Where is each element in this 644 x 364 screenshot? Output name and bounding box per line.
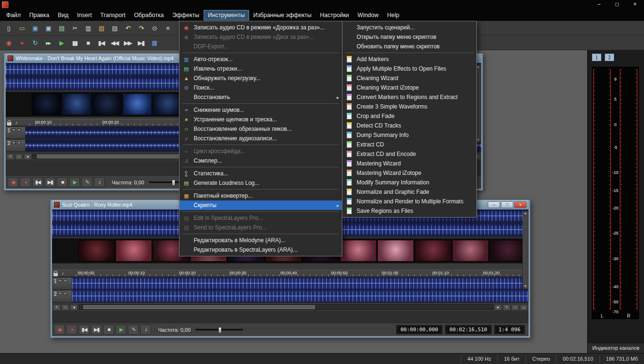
- doc2-marker-bar[interactable]: [52, 263, 528, 270]
- transport-rewind-button[interactable]: ◀◀: [108, 37, 120, 48]
- tools-menu-item-6[interactable]: ▲Обнаружить перегрузку...: [179, 73, 342, 83]
- doc2-hscrollbar[interactable]: [79, 304, 493, 310]
- zoom-out-button[interactable]: −: [15, 154, 23, 160]
- transport-loop-playback-button[interactable]: ↻: [29, 37, 41, 48]
- lock-icon[interactable]: [54, 273, 58, 276]
- menu-insert[interactable]: Insert: [73, 10, 96, 20]
- doc2-track-waveform-1[interactable]: [72, 277, 528, 290]
- menu-file[interactable]: Файл: [2, 10, 25, 20]
- doc2-pencil-edit-button[interactable]: ✎: [128, 325, 139, 335]
- toolbar-trim-button[interactable]: ▨: [108, 22, 120, 34]
- tools-menu-item-1[interactable]: ◉Записать аудио CD в режиме «Диск за раз…: [179, 32, 342, 42]
- scripts-submenu-item-14[interactable]: Extract CD and Encode: [342, 149, 476, 159]
- toolbar-copy-button[interactable]: ▥: [82, 22, 94, 34]
- scripts-submenu-item-4[interactable]: Add Markers: [342, 55, 476, 64]
- menu-view[interactable]: Вид: [54, 10, 73, 20]
- tools-menu-item-28[interactable]: Редактировать в SpectraLayers (ARA)...: [179, 245, 342, 255]
- zoom-in-time-button[interactable]: +: [503, 304, 510, 310]
- doc2-go-to-end-button[interactable]: ▶▮: [91, 325, 102, 335]
- transport-go-to-start-button[interactable]: ▮◀: [95, 37, 107, 48]
- zoom-in-button[interactable]: +: [53, 304, 61, 310]
- scripts-submenu-item-1[interactable]: Открыть папку меню скриптов: [342, 32, 476, 42]
- doc1-go-to-end-button[interactable]: ▶▮: [45, 177, 55, 187]
- scrollbar-thumb[interactable]: [83, 305, 315, 309]
- scripts-submenu-item-7[interactable]: Cleaning Wizard iZotope: [342, 83, 476, 92]
- doc2-timeline-ruler[interactable]: ♪ 00:00:0000:00:1000:00:2000:00:3000:00:…: [52, 270, 528, 277]
- scroll-right-button[interactable]: ▸: [494, 304, 502, 310]
- doc2-vscrollbar[interactable]: [522, 211, 528, 289]
- scripts-submenu-item-11[interactable]: Detect CD Tracks: [342, 121, 476, 130]
- menu-process[interactable]: Обработка: [130, 10, 168, 20]
- scripts-submenu-item-5[interactable]: Apply Multiple Effects to Open Files: [342, 64, 476, 73]
- tools-menu-item-5[interactable]: ▤Извлечь отрезки...: [179, 64, 342, 73]
- tools-menu-item-15[interactable]: ∞Цикл кроссфейда...: [179, 146, 342, 156]
- doc2-stop-button[interactable]: ■: [103, 325, 114, 335]
- scripts-submenu-item-20[interactable]: Save Regions as Files: [342, 206, 476, 216]
- scripts-submenu-item-9[interactable]: Create 3 Simple Waveforms: [342, 102, 476, 111]
- transport-play-all-button[interactable]: ▸▸: [42, 37, 54, 48]
- slider-knob[interactable]: [172, 180, 175, 186]
- transport-pause-button[interactable]: ▮▮: [69, 37, 80, 48]
- transport-stop-button[interactable]: ■: [82, 37, 94, 48]
- tools-menu-item-25[interactable]: ▨Send to SpectraLayers Pro...: [179, 223, 342, 232]
- scripts-submenu-item-0[interactable]: Запустить сценарий...: [342, 23, 476, 32]
- doc2-track-waveform-2[interactable]: [72, 290, 528, 302]
- scripts-submenu-item-10[interactable]: Crop and Fade: [342, 111, 476, 121]
- doc2-record-button[interactable]: ●: [66, 325, 77, 335]
- close-button[interactable]: ×: [514, 201, 527, 208]
- tools-menu-item-27[interactable]: Редактировать в Melodyne (ARA)...: [179, 236, 342, 245]
- menu-edit[interactable]: Правка: [25, 10, 54, 20]
- scripts-submenu-item-13[interactable]: Extract CD: [342, 140, 476, 149]
- menu-favorite-effects[interactable]: Избранные эффекты: [249, 10, 316, 20]
- meter-preset-button-1[interactable]: 1: [592, 54, 601, 61]
- transport-next-window-button[interactable]: ▦: [148, 37, 160, 48]
- scripts-submenu-item-12[interactable]: Dump Summary Info: [342, 130, 476, 140]
- minimize-button[interactable]: −: [488, 201, 500, 208]
- toolbar-cut-button[interactable]: ✂: [69, 22, 80, 34]
- tools-menu-item-24[interactable]: ▨Edit in SpectraLayers Pro...: [179, 213, 342, 223]
- tools-menu-item-13[interactable]: ♪Восстановление аудиозаписи...: [179, 134, 342, 143]
- toolbar-open-file-button[interactable]: ▭: [16, 22, 27, 34]
- tools-menu-item-16[interactable]: ♫Сэмплер...: [179, 156, 342, 165]
- toolbar-save-all-button[interactable]: ▣: [42, 22, 54, 34]
- zoom-in-button[interactable]: +: [7, 154, 14, 160]
- scripts-submenu-item-15[interactable]: Mastering Wizard: [342, 159, 476, 168]
- zoom-out-time-button[interactable]: −: [511, 304, 519, 310]
- doc1-track-header-2[interactable]: 2: [6, 139, 26, 152]
- tools-menu-item-19[interactable]: ▤Generate Loudness Log...: [179, 178, 342, 188]
- toolbar-render-as-button[interactable]: ▤: [55, 22, 67, 34]
- track-minimize-button[interactable]: [58, 279, 62, 282]
- toolbar-zoom-selection-button[interactable]: ⊙: [148, 22, 160, 34]
- tools-menu-item-11[interactable]: ∗Устранение щелчков и треска...: [179, 115, 342, 124]
- track-options-button[interactable]: [17, 128, 21, 131]
- toolbar-undo-button[interactable]: ↶: [122, 22, 134, 34]
- doc2-scrub-button[interactable]: ♪: [140, 325, 151, 335]
- maximize-button[interactable]: □: [608, 0, 626, 9]
- tools-menu-item-18[interactable]: ∑Статистика...: [179, 169, 342, 178]
- transport-record-button[interactable]: ●: [16, 37, 27, 48]
- tools-menu-item-21[interactable]: ▦Пакетный конвертер...: [179, 191, 342, 200]
- frequency-slider[interactable]: [196, 329, 243, 330]
- menu-help[interactable]: Help: [383, 10, 404, 20]
- doc2-play-button[interactable]: ▶: [116, 325, 126, 335]
- track-minimize-button[interactable]: [12, 141, 16, 144]
- menu-options[interactable]: Настройки: [316, 10, 353, 20]
- tools-menu-item-2[interactable]: DDP-Export...: [179, 42, 342, 51]
- scripts-submenu-item-17[interactable]: Modify Summary Information: [342, 178, 476, 187]
- tools-menu-item-8[interactable]: Восстановить▸: [179, 92, 342, 102]
- zoom-fit-button[interactable]: ↔: [520, 304, 528, 310]
- toolbar-paste-button[interactable]: ▧: [95, 22, 107, 34]
- doc1-go-to-start-button[interactable]: ▮◀: [32, 177, 43, 187]
- scripts-submenu-item-18[interactable]: Normalize and Graphic Fade: [342, 187, 476, 197]
- scripts-submenu-item-16[interactable]: Mastering Wizard iZotope: [342, 168, 476, 178]
- tools-menu-item-10[interactable]: ≈Снижение шумов...: [179, 105, 342, 115]
- meter-preset-button-2[interactable]: 2: [605, 54, 614, 61]
- transport-go-to-end-button[interactable]: ▶▮: [135, 37, 147, 48]
- doc1-record-options-button[interactable]: ◉: [8, 177, 18, 187]
- doc1-stop-button[interactable]: ■: [57, 177, 68, 187]
- speaker-icon[interactable]: ♪: [62, 271, 64, 276]
- minimize-button[interactable]: −: [590, 0, 608, 9]
- menu-window[interactable]: Window: [353, 10, 383, 20]
- doc1-track-header-1[interactable]: 1: [6, 127, 26, 139]
- track-minimize-button[interactable]: [12, 128, 16, 131]
